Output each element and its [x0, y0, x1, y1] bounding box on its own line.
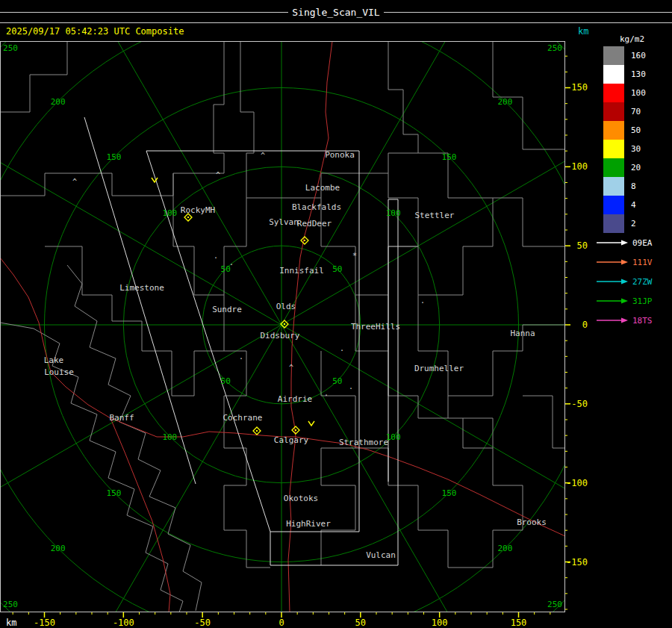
site-arrow-icon: [597, 258, 628, 266]
azimuth-line: [281, 325, 644, 534]
colorbar-entry: 130: [603, 65, 646, 84]
town-marker: *: [352, 252, 357, 260]
colorbar-swatch: [603, 140, 624, 158]
right-axis-label: 0: [582, 320, 588, 330]
town-marker: .: [340, 344, 344, 352]
right-axis-label: -100: [566, 478, 588, 488]
motion-arrow: [308, 421, 314, 426]
colorbar-value: 100: [631, 88, 646, 98]
colorbar-entry: 30: [603, 140, 646, 158]
colorbar: 16013010070503020842: [603, 46, 646, 233]
bottom-axis-unit-label: km: [6, 618, 16, 628]
city-label: RedDeer: [297, 219, 332, 228]
city-label: Drumheller: [414, 364, 464, 373]
boundary-line: [448, 418, 493, 448]
city-label: Hanna: [510, 329, 535, 338]
colorbar-swatch: [603, 84, 624, 102]
azimuth-line: [281, 0, 491, 325]
town-marker: .: [229, 258, 234, 267]
range-ring-label: 100: [162, 432, 177, 442]
radar-site-entry: 31JP: [597, 291, 653, 311]
boundary-line: [355, 295, 448, 418]
storm-marker-dot: [304, 240, 305, 241]
colorbar-value: 20: [631, 163, 641, 172]
window-title: Single_Scan_VIL: [0, 7, 672, 18]
bottom-axis-label: 50: [355, 618, 366, 628]
storm-marker-dot: [256, 430, 258, 432]
range-ring-label: 250: [547, 600, 562, 609]
radar-site-entry: 111V: [597, 252, 653, 272]
range-ring-label: 200: [51, 544, 66, 553]
azimuth-line: [0, 116, 281, 325]
radar-map-canvas[interactable]: 5050505010010010010015015015015020020020…: [0, 0, 672, 628]
range-ring-label: 200: [497, 97, 512, 107]
colorbar-swatch: [603, 196, 624, 214]
colorbar-entry: 100: [603, 84, 646, 102]
site-id-label: 27ZW: [632, 277, 653, 287]
range-ring-label: 50: [332, 376, 342, 386]
city-label: Cochrane: [223, 413, 263, 423]
site-id-label: 09EA: [632, 238, 653, 248]
bottom-axis-label: -100: [113, 618, 134, 628]
colorbar-entry: 8: [603, 177, 646, 196]
right-axis-label: 50: [577, 240, 588, 251]
town-marker: .: [324, 389, 329, 397]
site-arrow-icon: [597, 239, 628, 246]
colorbar-entry: 160: [603, 46, 646, 65]
city-label: Stettler: [415, 211, 455, 220]
city-label: Blackfalds: [292, 202, 341, 212]
colorbar-entry: 4: [603, 196, 646, 214]
city-label: Airdrie: [278, 394, 312, 404]
boundary-line: [523, 396, 565, 448]
boundary-line: [418, 295, 565, 396]
range-ring-label: 50: [221, 376, 231, 386]
bottom-axis-label: 150: [511, 618, 527, 628]
range-ring-label: 250: [3, 43, 18, 53]
city-label: Innisfail: [279, 266, 324, 276]
storm-marker-dot: [187, 217, 189, 218]
colorbar-swatch: [603, 158, 624, 177]
boundary-line: [0, 323, 183, 612]
right-axis-label: 150: [571, 82, 588, 93]
city-label: Ponoka: [325, 150, 355, 160]
range-ring-label: 200: [51, 97, 66, 107]
storm-marker-dot: [284, 323, 285, 325]
map-layers: 5050505010010010010015015015015020020020…: [0, 0, 672, 628]
colorbar-swatch: [603, 65, 624, 84]
city-label: Sylvan: [269, 217, 299, 227]
city-label: Louise: [44, 367, 74, 377]
colorbar-entry: 20: [603, 158, 646, 177]
colorbar-unit-label: kg/m2: [620, 34, 644, 44]
colorbar-entry: 2: [603, 214, 646, 233]
colorbar-value: 50: [631, 125, 641, 135]
bottom-axis-label: 0: [279, 618, 284, 628]
site-id-label: 111V: [632, 258, 653, 267]
city-label: Okotoks: [284, 494, 318, 503]
boundary-line: [388, 41, 493, 295]
azimuth-line: [281, 116, 644, 325]
range-ring-label: 250: [547, 43, 562, 53]
colorbar-swatch: [603, 102, 624, 121]
city-label: Banff: [109, 413, 134, 423]
town-marker: .: [239, 352, 243, 361]
radar-site-entry: 18TS: [597, 311, 653, 330]
colorbar-value: 70: [631, 107, 641, 116]
city-label: Brooks: [517, 517, 547, 527]
colorbar-value: 30: [631, 144, 641, 154]
radar-site-entry: 27ZW: [597, 272, 653, 291]
city-label: Olds: [276, 302, 296, 311]
boundary-line: [173, 173, 246, 295]
city-label: Limestone: [119, 283, 164, 293]
colorbar-swatch: [603, 46, 624, 65]
boundary-line: [0, 41, 224, 196]
colorbar-value: 160: [631, 51, 646, 60]
city-label: Didsbury: [261, 331, 300, 341]
town-marker: ^: [216, 171, 220, 179]
right-axis-unit-label: km: [578, 26, 588, 37]
city-label: Strathmore: [339, 438, 388, 447]
city-label: RockyMH: [181, 205, 215, 215]
town-marker: ^: [72, 178, 77, 186]
range-ring-label: 250: [3, 600, 18, 609]
colorbar-value: 2: [631, 219, 636, 228]
bottom-axis-label: 100: [432, 618, 448, 628]
